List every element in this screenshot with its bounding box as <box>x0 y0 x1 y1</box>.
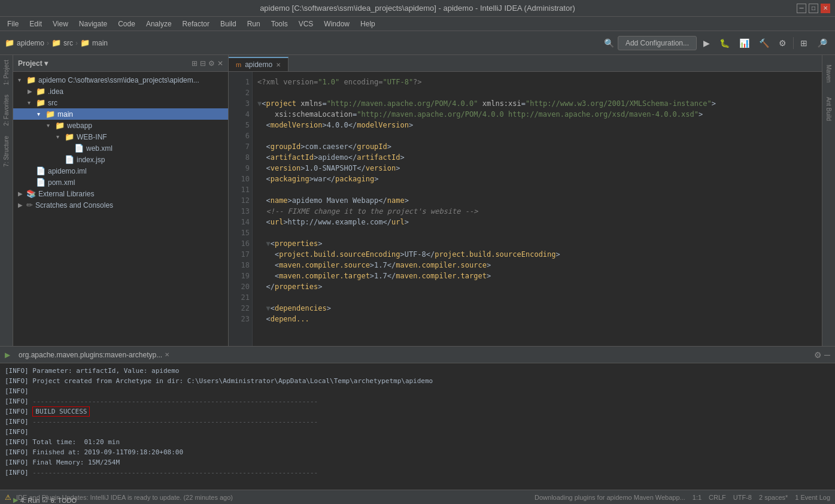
run-panel-icons: ⚙ ─ <box>814 350 830 360</box>
run-tab-close-button[interactable]: ✕ <box>165 351 169 358</box>
run-button[interactable]: ▶ <box>700 37 713 50</box>
toolbar-breadcrumb-main[interactable]: main <box>92 39 108 47</box>
build-button[interactable]: 🔨 <box>756 37 772 50</box>
code-line-5: <modelVersion>4.0.0</modelVersion> <box>257 120 817 130</box>
menu-navigate[interactable]: Navigate <box>74 19 112 29</box>
run-output-line: [INFO] Final Memory: 15M/254M <box>5 457 830 467</box>
menu-edit[interactable]: Edit <box>25 19 47 29</box>
code-line-22: ▼<dependencies> <box>257 303 817 314</box>
code-line-19: <maven.compiler.target>1.7</maven.compil… <box>257 271 817 281</box>
line-ending[interactable]: CRLF <box>709 494 726 501</box>
build-success-badge: BUILD SUCCESS <box>32 406 90 417</box>
code-line-23: <depend... <box>257 314 817 324</box>
line-num: 14 <box>231 217 250 227</box>
file-encoding[interactable]: UTF-8 <box>733 494 752 501</box>
run-output-line: [INFO] ---------------------------------… <box>5 417 830 427</box>
tab-structure[interactable]: 7: Structure <box>3 136 10 167</box>
run-tab-label: 4: Run <box>20 497 40 504</box>
line-num: 16 <box>231 238 250 249</box>
ant-build-panel-tab[interactable]: Ant Build <box>824 95 833 123</box>
settings-button[interactable]: ⚙ <box>776 37 790 50</box>
tab-favorites[interactable]: 2: Favorites <box>3 95 10 126</box>
editor-area: m apidemo ✕ 1 2 3 4 5 6 7 8 9 10 11 12 1… <box>229 55 822 346</box>
close-panel-icon[interactable]: ✕ <box>217 59 223 68</box>
code-line-18: <maven.compiler.source>1.7</maven.compil… <box>257 260 817 271</box>
tree-main-label: main <box>57 110 73 119</box>
close-button[interactable]: ✕ <box>821 4 830 13</box>
expand-all-icon[interactable]: ⊞ <box>192 59 198 68</box>
line-num: 23 <box>231 314 250 324</box>
line-num: 9 <box>231 163 250 174</box>
tree-main[interactable]: ▾ 📁 main <box>13 108 228 120</box>
maximize-button[interactable]: □ <box>809 4 818 13</box>
maven-panel-tab[interactable]: Maven <box>824 62 833 85</box>
editor-tab-apidemo[interactable]: m apidemo ✕ <box>229 57 289 71</box>
minimize-panel-icon[interactable]: ─ <box>824 350 830 360</box>
debug-button[interactable]: 🐛 <box>716 37 733 50</box>
tree-idea[interactable]: ▶ 📁 .idea <box>13 86 228 97</box>
minimize-button[interactable]: ─ <box>797 4 806 13</box>
line-num: 20 <box>231 281 250 292</box>
tree-pom-xml-label: pom.xml <box>48 178 75 187</box>
menu-help[interactable]: Help <box>356 19 380 29</box>
line-num: 19 <box>231 271 250 281</box>
run-panel-tab[interactable]: org.apache.maven.plugins:maven-archetyp.… <box>15 350 173 360</box>
event-log[interactable]: 1 Event Log <box>795 494 830 501</box>
tree-root-apidemo[interactable]: ▾ 📁 apidemo C:\softwares\ssm\idea_projec… <box>13 74 228 86</box>
tab-project[interactable]: 1: Project <box>3 60 10 85</box>
tree-apidemo-iml[interactable]: ▶ 📄 apidemo.iml <box>13 165 228 177</box>
todo-tab-bottom[interactable]: ☑ 6: TODO <box>42 496 77 504</box>
line-num: 21 <box>231 292 250 303</box>
menu-file[interactable]: File <box>2 19 23 29</box>
todo-tab-label: 6: TODO <box>50 497 77 504</box>
line-num: 6 <box>231 130 250 141</box>
download-message: Downloading plugins for apidemo Maven We… <box>535 494 685 501</box>
menu-window[interactable]: Window <box>319 19 354 29</box>
add-configuration-button[interactable]: Add Configuration... <box>618 36 697 50</box>
right-panel-strip: Maven Ant Build <box>822 55 835 346</box>
project-panel-title: Project ▾ <box>18 59 48 68</box>
tree-external-libs[interactable]: ▶ 📚 External Libraries <box>13 188 228 199</box>
tree-scratches[interactable]: ▶ ✏ Scratches and Consoles <box>13 199 228 211</box>
run-with-coverage-button[interactable]: 📊 <box>736 37 752 50</box>
menu-vcs[interactable]: VCS <box>294 19 318 29</box>
tree-pom-xml[interactable]: ▶ 📄 pom.xml <box>13 177 228 188</box>
toolbar-breadcrumb-src[interactable]: src <box>63 39 73 47</box>
collapse-all-icon[interactable]: ⊟ <box>200 59 206 68</box>
tab-close-button[interactable]: ✕ <box>276 62 281 68</box>
menu-run[interactable]: Run <box>242 19 265 29</box>
line-num: 17 <box>231 249 250 260</box>
code-editor[interactable]: <?xml version="1.0" encoding="UTF-8"?> ▼… <box>253 72 822 346</box>
indentation[interactable]: 2 spaces* <box>759 494 788 501</box>
expand-button[interactable]: ⊞ <box>797 37 810 50</box>
menu-analyze[interactable]: Analyze <box>141 19 177 29</box>
settings-icon[interactable]: ⚙ <box>208 59 215 68</box>
code-line-3: ▼<project xmlns="http://maven.apache.org… <box>257 98 817 109</box>
tree-src-label: src <box>48 99 57 107</box>
toolbar-project-name[interactable]: apidemo <box>17 39 44 47</box>
tree-index-jsp[interactable]: ▶ 📄 index.jsp <box>13 154 228 165</box>
search-button[interactable]: 🔎 <box>814 37 830 50</box>
search-everywhere-icon[interactable]: 🔍 <box>604 38 614 48</box>
tree-scratches-label: Scratches and Consoles <box>35 201 113 210</box>
line-num: 15 <box>231 227 250 238</box>
menu-code[interactable]: Code <box>113 19 140 29</box>
run-tab-bottom[interactable]: ▶ 4: Run <box>13 496 40 504</box>
menu-tools[interactable]: Tools <box>266 19 293 29</box>
tree-webapp[interactable]: ▾ 📁 webapp <box>13 120 228 131</box>
toolbar-separator <box>793 37 794 49</box>
cursor-position[interactable]: 1:1 <box>693 494 702 501</box>
tree-web-inf[interactable]: ▾ 📁 WEB-INF <box>13 131 228 142</box>
tree-external-libs-label: External Libraries <box>38 190 94 198</box>
tree-src[interactable]: ▾ 📁 src <box>13 97 228 108</box>
settings-gear-icon[interactable]: ⚙ <box>814 350 822 360</box>
menu-view[interactable]: View <box>48 19 73 29</box>
menu-refactor[interactable]: Refactor <box>178 19 214 29</box>
line-num: 1 <box>231 77 250 87</box>
tree-web-xml[interactable]: ▶ 📄 web.xml <box>13 142 228 154</box>
code-line-4: xsi:schemaLocation="http://maven.apache.… <box>257 109 817 120</box>
menu-build[interactable]: Build <box>215 19 241 29</box>
code-line-6 <box>257 130 817 141</box>
code-line-2 <box>257 87 817 98</box>
tree-webapp-label: webapp <box>67 122 92 130</box>
